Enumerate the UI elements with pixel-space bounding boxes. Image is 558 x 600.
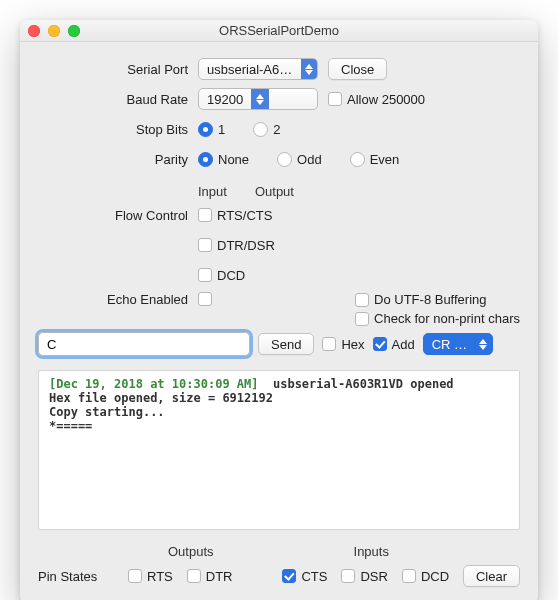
titlebar[interactable]: ORSSerialPortDemo	[20, 20, 538, 42]
serial-port-value: usbserial-A603...	[199, 62, 301, 77]
parity-odd-radio[interactable]: Odd	[277, 152, 322, 167]
label-echo-enabled: Echo Enabled	[38, 292, 198, 307]
pin-dtr-checkbox[interactable]: DTR	[187, 569, 233, 584]
radio-off-icon	[350, 152, 365, 167]
checkbox-icon	[355, 312, 369, 326]
updown-arrows-icon	[251, 89, 269, 109]
pin-cts-label: CTS	[301, 569, 327, 584]
pin-dsr-label: DSR	[360, 569, 387, 584]
checkbox-icon	[328, 92, 342, 106]
radio-on-icon	[198, 122, 213, 137]
add-checkbox[interactable]: Add	[373, 337, 415, 352]
traffic-lights	[28, 25, 80, 37]
send-button[interactable]: Send	[258, 333, 314, 355]
checkbox-icon	[128, 569, 142, 583]
console-timestamp: [Dec 19, 2018 at 10:30:09 AM]	[49, 377, 259, 391]
parity-none-radio[interactable]: None	[198, 152, 249, 167]
window-title: ORSSerialPortDemo	[219, 23, 339, 38]
checkbox-icon	[187, 569, 201, 583]
inputs-group: CTS DSR DCD	[282, 569, 449, 584]
checkbox-icon	[198, 268, 212, 282]
checkbox-icon	[402, 569, 416, 583]
label-outputs: Outputs	[168, 544, 214, 559]
checkbox-icon	[322, 337, 336, 351]
nonprint-label: Check for non-print chars	[374, 311, 520, 326]
parity-even-label: Even	[370, 152, 400, 167]
label-output: Output	[255, 184, 294, 199]
console-output[interactable]: [Dec 19, 2018 at 10:30:09 AM] usbserial-…	[38, 370, 520, 530]
pin-rts-label: RTS	[147, 569, 173, 584]
checkbox-icon	[198, 292, 212, 306]
label-input: Input	[198, 184, 227, 199]
console-line4: *=====	[49, 419, 92, 433]
label-serial-port: Serial Port	[38, 62, 198, 77]
utf8-buffering-checkbox[interactable]: Do UTF-8 Buffering	[355, 292, 486, 307]
label-flow-control: Flow Control	[38, 208, 198, 223]
pin-dcd-label: DCD	[421, 569, 449, 584]
checkbox-icon	[341, 569, 355, 583]
close-button-label: Close	[341, 62, 374, 77]
stop-bits-1-radio[interactable]: 1	[198, 122, 225, 137]
updown-arrows-icon	[475, 334, 491, 354]
minimize-window-icon[interactable]	[48, 25, 60, 37]
add-label: Add	[392, 337, 415, 352]
pin-cts-checkbox[interactable]: CTS	[282, 569, 327, 584]
flow-dtrdsr-label: DTR/DSR	[217, 238, 275, 253]
serial-port-select[interactable]: usbserial-A603...	[198, 58, 318, 80]
updown-arrows-icon	[301, 59, 317, 79]
pin-rts-checkbox[interactable]: RTS	[128, 569, 173, 584]
label-stop-bits: Stop Bits	[38, 122, 198, 137]
checkbox-icon	[198, 238, 212, 252]
allow-250000-label: Allow 250000	[347, 92, 425, 107]
checkbox-checked-icon	[373, 337, 387, 351]
parity-none-label: None	[218, 152, 249, 167]
flow-dtrdsr-checkbox[interactable]: DTR/DSR	[198, 238, 275, 253]
content: Serial Port usbserial-A603... Close Baud…	[20, 42, 538, 600]
label-baud-rate: Baud Rate	[38, 92, 198, 107]
echo-enabled-checkbox[interactable]	[198, 292, 212, 306]
label-inputs: Inputs	[354, 544, 389, 559]
allow-250000-checkbox[interactable]: Allow 250000	[328, 92, 425, 107]
zoom-window-icon[interactable]	[68, 25, 80, 37]
flow-rtscts-label: RTS/CTS	[217, 208, 272, 223]
outputs-group: RTS DTR	[128, 569, 232, 584]
hex-label: Hex	[341, 337, 364, 352]
send-button-label: Send	[271, 337, 301, 352]
baud-rate-value: 19200	[199, 92, 251, 107]
clear-button[interactable]: Clear	[463, 565, 520, 587]
flow-dcd-label: DCD	[217, 268, 245, 283]
close-button[interactable]: Close	[328, 58, 387, 80]
label-pin-states: Pin States	[38, 569, 128, 584]
window: ORSSerialPortDemo Serial Port usbserial-…	[20, 20, 538, 600]
console-line2: Hex file opened, size = 6912192	[49, 391, 273, 405]
pin-dcd-checkbox[interactable]: DCD	[402, 569, 449, 584]
checkbox-icon	[355, 293, 369, 307]
flow-dcd-checkbox[interactable]: DCD	[198, 268, 245, 283]
radio-off-icon	[253, 122, 268, 137]
stop-bits-2-radio[interactable]: 2	[253, 122, 280, 137]
stop-bits-2-label: 2	[273, 122, 280, 137]
radio-off-icon	[277, 152, 292, 167]
send-input[interactable]	[38, 332, 250, 356]
parity-even-radio[interactable]: Even	[350, 152, 400, 167]
line-ending-value: CR (\r)	[424, 337, 476, 352]
parity-odd-label: Odd	[297, 152, 322, 167]
pin-dsr-checkbox[interactable]: DSR	[341, 569, 387, 584]
close-window-icon[interactable]	[28, 25, 40, 37]
label-parity: Parity	[38, 152, 198, 167]
console-line1-rest: usbserial-A603R1VD opened	[259, 377, 454, 391]
pin-dtr-label: DTR	[206, 569, 233, 584]
hex-checkbox[interactable]: Hex	[322, 337, 364, 352]
checkbox-icon	[198, 208, 212, 222]
utf8-buffering-label: Do UTF-8 Buffering	[374, 292, 486, 307]
flow-rtscts-checkbox[interactable]: RTS/CTS	[198, 208, 272, 223]
checkbox-checked-icon	[282, 569, 296, 583]
baud-rate-select[interactable]: 19200	[198, 88, 318, 110]
radio-on-icon	[198, 152, 213, 167]
stop-bits-1-label: 1	[218, 122, 225, 137]
line-ending-select[interactable]: CR (\r)	[423, 333, 493, 355]
clear-button-label: Clear	[476, 569, 507, 584]
nonprint-checkbox[interactable]: Check for non-print chars	[355, 311, 520, 326]
console-line3: Copy starting...	[49, 405, 165, 419]
